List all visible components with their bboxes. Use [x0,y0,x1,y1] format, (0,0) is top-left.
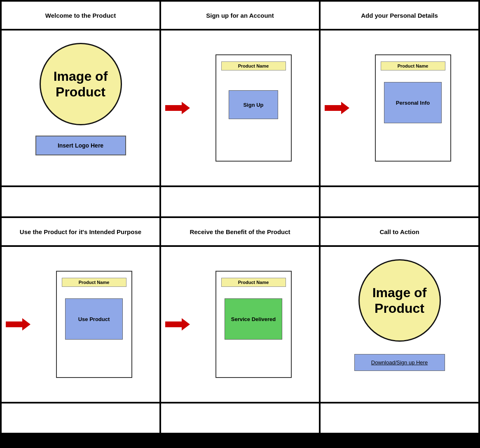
header-welcome: Welcome to the Product [2,2,161,30]
use-product-label: Use Product [78,316,110,322]
spacer-4 [2,403,161,434]
header-benefit: Receive the Benefit of the Product [161,218,321,247]
cta-product-image-circle: Image of Product [358,259,441,342]
cta-cell: Image of Product Download/Sign up Here [321,247,480,403]
service-delivered-label: Service Delivered [231,316,276,322]
spacer-2 [161,187,321,218]
header-cta: Call to Action [321,218,480,247]
svg-marker-3 [165,318,190,331]
svg-marker-1 [325,102,349,114]
welcome-cell: Image of Product Insert Logo Here [2,30,161,187]
use-product-box[interactable]: Use Product [65,298,123,340]
insert-logo-label: Insert Logo Here [58,142,103,149]
service-product-name-label: Product Name [238,280,269,285]
personal-info-box[interactable]: Personal Info [384,82,442,123]
cta-title: Call to Action [379,228,419,235]
product-image-circle: Image of Product [40,43,122,125]
download-signup-label: Download/Sign up Here [371,359,428,366]
personal-product-name-label: Product Name [398,63,428,68]
personal-screen: Product Name Personal Info [375,54,451,162]
insert-logo-button[interactable]: Insert Logo Here [35,136,126,155]
service-cell: Product Name Service Delivered [161,247,321,403]
spacer-6 [321,403,480,434]
header-personal: Add your Personal Details [321,2,480,30]
use-product-name-label: Product Name [79,280,110,285]
use-title: Use the Product for it's Intended Purpos… [20,228,141,235]
service-product-name-badge: Product Name [221,278,286,287]
spacer-3 [321,187,480,218]
personal-info-label: Personal Info [396,100,430,106]
signup-box[interactable]: Sign Up [229,90,278,119]
personal-product-name-badge: Product Name [381,61,445,70]
signup-product-name-badge: Product Name [221,61,286,70]
signup-product-name-label: Product Name [238,63,269,68]
signup-screen: Product Name Sign Up [215,54,292,162]
spacer-1 [2,187,161,218]
welcome-title: Welcome to the Product [45,12,116,19]
benefit-title: Receive the Benefit of the Product [190,228,290,235]
use-cell: Product Name Use Product [2,247,161,403]
cta-product-circle-text: Image of Product [360,285,440,317]
svg-marker-0 [165,102,190,114]
signup-title: Sign up for an Account [206,12,274,19]
product-circle-text: Image of Product [41,68,121,100]
svg-marker-2 [6,318,30,331]
download-signup-button[interactable]: Download/Sign up Here [354,354,445,371]
use-screen: Product Name Use Product [56,271,132,378]
service-screen: Product Name Service Delivered [215,271,292,378]
signup-box-label: Sign Up [243,102,263,108]
header-signup: Sign up for an Account [161,2,321,30]
personal-title: Add your Personal Details [361,12,438,19]
use-product-name-badge: Product Name [62,278,126,287]
signup-cell: Product Name Sign Up [161,30,321,187]
spacer-5 [161,403,321,434]
main-grid: Welcome to the Product Sign up for an Ac… [0,0,480,434]
personal-cell: Product Name Personal Info [321,30,480,187]
header-use: Use the Product for it's Intended Purpos… [2,218,161,247]
service-delivered-box: Service Delivered [225,298,282,340]
